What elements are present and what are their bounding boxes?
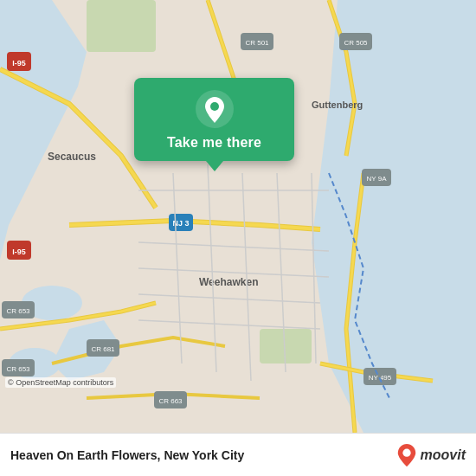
- svg-text:CR 681: CR 681: [91, 345, 115, 353]
- svg-text:I-95: I-95: [12, 248, 26, 256]
- svg-text:Secaucus: Secaucus: [48, 151, 96, 163]
- svg-text:CR 505: CR 505: [344, 39, 368, 47]
- location-name: Heaven On Earth Flowers, New York City: [10, 448, 244, 462]
- svg-text:CR 653: CR 653: [6, 307, 30, 315]
- svg-rect-6: [87, 0, 156, 52]
- svg-text:Weehawken: Weehawken: [199, 276, 258, 288]
- map-background: I-95 I-95 NJ 3 CR 501 CR 505 NY 9A NY 49…: [0, 0, 476, 433]
- svg-point-45: [402, 448, 410, 456]
- osm-attribution: © OpenStreetMap contributors: [5, 377, 116, 388]
- svg-text:I-95: I-95: [12, 59, 26, 68]
- moovit-brand-text: moovit: [421, 447, 466, 463]
- take-me-there-label: Take me there: [167, 135, 261, 151]
- moovit-pin-icon: [397, 444, 416, 466]
- svg-point-44: [210, 102, 219, 111]
- svg-text:CR 653: CR 653: [6, 365, 30, 373]
- svg-text:Guttenberg: Guttenberg: [312, 100, 363, 110]
- map-view: I-95 I-95 NJ 3 CR 501 CR 505 NY 9A NY 49…: [0, 0, 476, 433]
- location-pin-icon: [196, 90, 234, 128]
- svg-text:CR 663: CR 663: [158, 397, 183, 405]
- navigation-popup[interactable]: Take me there: [134, 78, 294, 161]
- svg-text:NY 9A: NY 9A: [367, 175, 388, 183]
- moovit-logo: moovit: [397, 444, 466, 466]
- svg-text:CR 501: CR 501: [245, 39, 269, 47]
- bottom-bar: Heaven On Earth Flowers, New York City m…: [0, 433, 476, 476]
